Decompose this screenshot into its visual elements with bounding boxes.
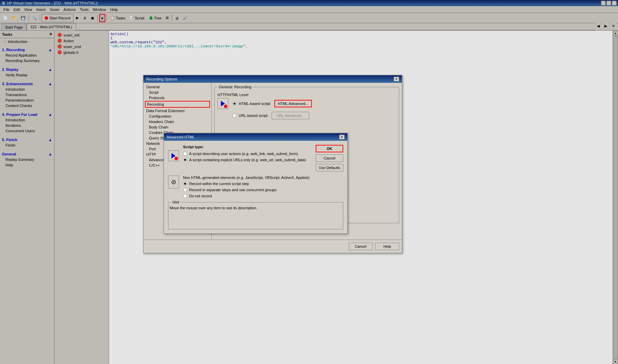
hint-box: Hint Move the mouse over any item to see… xyxy=(168,202,343,229)
non-html-section: ⊘ Non HTML-generated elements (e.g. Java… xyxy=(168,176,343,198)
recording-options-title-bar: Recording Options ✕ xyxy=(144,75,402,83)
non-html-radio-group: Record within the current script step Re… xyxy=(183,182,343,198)
script-type-option2[interactable]: A script containing explicit URLs only (… xyxy=(183,158,312,162)
tree-recording[interactable]: Recording xyxy=(145,101,210,108)
script-type-option1[interactable]: A script describing user actions (e.g. w… xyxy=(183,152,312,156)
tree-headers-chain[interactable]: Headers Chain xyxy=(145,119,210,124)
advanced-html-body: Script type: A script describing user ac… xyxy=(164,141,347,233)
recording-options-close-button[interactable]: ✕ xyxy=(394,77,399,81)
url-based-radio[interactable] xyxy=(232,113,237,118)
hint-text: Move the mouse over any item to see its … xyxy=(170,204,342,210)
hint-title: Hint xyxy=(171,200,181,204)
tree-protocols[interactable]: Protocols xyxy=(145,95,210,101)
script-type-radio-group: A script describing user actions (e.g. w… xyxy=(183,152,312,162)
non-html-radio2[interactable] xyxy=(183,188,187,192)
advanced-html-close-button[interactable]: ✕ xyxy=(339,135,345,139)
advanced-html-main-row: Script type: A script describing user ac… xyxy=(168,145,343,171)
html-based-option[interactable]: HTML-based script xyxy=(232,102,270,106)
record-dot-icon xyxy=(224,105,227,108)
script-type-label: Script type: xyxy=(183,145,312,149)
non-html-label: Non HTML-generated elements (e.g. JavaSc… xyxy=(183,176,343,180)
tree-general[interactable]: General xyxy=(145,84,210,90)
non-html-radio1[interactable] xyxy=(183,182,187,186)
url-based-row: URL-based script URL Advanced... xyxy=(217,112,396,119)
recording-options-cancel-button[interactable]: Cancel xyxy=(349,243,373,250)
html-advanced-button[interactable]: HTML Advanced... xyxy=(274,100,312,107)
advanced-html-title-bar: Advanced HTML ✕ xyxy=(164,133,347,141)
html-record-icon xyxy=(217,98,228,109)
tree-configuration[interactable]: Configuration xyxy=(145,113,210,119)
advanced-html-title: Advanced HTML xyxy=(167,135,195,139)
non-html-option3[interactable]: Do not record xyxy=(183,194,343,198)
recording-options-help-button[interactable]: Help xyxy=(375,243,399,250)
filter-icon: ⊘ xyxy=(168,176,179,188)
general-recording-title: General: Recording xyxy=(217,85,253,89)
advanced-html-use-defaults-button[interactable]: Use Defaults xyxy=(316,164,343,171)
advanced-html-cancel-button[interactable]: Cancel xyxy=(316,154,343,162)
adv-record-dot-icon xyxy=(175,157,178,160)
http-html-level-label: HTTP/HTML Level xyxy=(217,93,396,97)
adv-buttons-col: OK Cancel Use Defaults xyxy=(316,145,343,171)
adv-options-col: Script type: A script describing user ac… xyxy=(183,145,312,171)
non-html-option1[interactable]: Record within the current script step xyxy=(183,182,343,186)
non-html-option2[interactable]: Record in separate steps and use concurr… xyxy=(183,188,343,192)
tree-script[interactable]: Script xyxy=(145,90,210,95)
tree-body-chain[interactable]: Body Chain xyxy=(145,124,210,130)
url-advanced-button[interactable]: URL Advanced... xyxy=(272,112,309,119)
recording-options-title: Recording Options xyxy=(146,77,177,81)
recording-options-footer: Cancel Help xyxy=(144,240,402,253)
adv-icon-col xyxy=(168,145,179,171)
funnel-icon: ⊘ xyxy=(171,178,176,186)
adv-record-icon xyxy=(168,150,179,161)
non-html-options: Non HTML-generated elements (e.g. JavaSc… xyxy=(183,176,343,198)
tree-data-format[interactable]: Data Format Extension xyxy=(145,108,210,113)
non-html-row: ⊘ Non HTML-generated elements (e.g. Java… xyxy=(168,176,343,198)
url-based-option[interactable]: URL-based script xyxy=(232,113,268,118)
html-based-row: HTML-based script HTML Advanced... xyxy=(217,98,396,109)
advanced-html-ok-button[interactable]: OK xyxy=(316,145,343,152)
script-type-radio2[interactable] xyxy=(183,158,187,162)
non-html-radio3[interactable] xyxy=(183,194,187,198)
script-type-radio1[interactable] xyxy=(183,152,187,156)
html-based-radio[interactable] xyxy=(232,102,237,106)
advanced-html-dialog: Advanced HTML ✕ Script type: A script de… xyxy=(164,133,348,234)
